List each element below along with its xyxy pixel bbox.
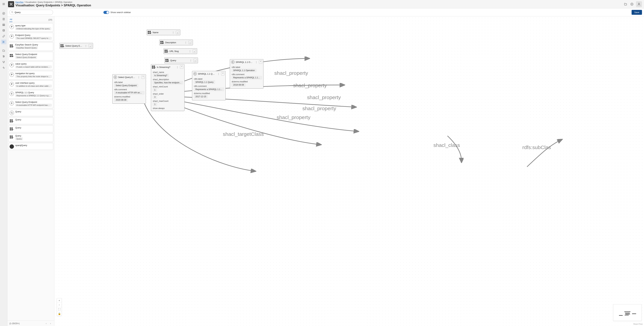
expand-button[interactable]: ⌄ [88, 44, 92, 47]
search-input[interactable] [10, 10, 53, 15]
node-menu-button[interactable]: ⋮ [137, 75, 140, 79]
fit-view-button[interactable]: ⛶ [57, 307, 62, 312]
node-select-query-endpoint-class[interactable]: C Select Query Endpoint ⋮ ⌃ rdfs:label S… [112, 74, 146, 104]
list-item[interactable]: Puser interface queryIn addition to sh:c… [8, 80, 53, 89]
node-query[interactable]: P Query ⋮ ⌄ [164, 57, 198, 63]
list-item[interactable]: PQueryQuery [8, 133, 53, 142]
link-icon[interactable] [1, 34, 6, 38]
save-button[interactable]: Save [632, 10, 642, 15]
collapse-button[interactable]: ⌃ [221, 72, 224, 75]
list-item[interactable]: PEndpoint QueryThe used SPARQL SELECT qu… [8, 33, 53, 41]
expand-button[interactable]: ⌄ [194, 59, 197, 62]
branch-icon[interactable] [1, 60, 6, 64]
expand-button[interactable]: ⌄ [192, 49, 196, 53]
node-description[interactable]: P Description ⋮ ⌄ [159, 39, 193, 45]
collapse-button[interactable]: ⌃ [259, 60, 262, 64]
list-item-title: Endpoint Query [15, 34, 52, 36]
svg-point-13 [3, 29, 4, 30]
list-item[interactable]: PQuery [8, 125, 53, 132]
node-is-streaming[interactable]: P Is Streaming? ⋮ ⌃ shacl_name Is Stream… [151, 64, 184, 111]
list-item[interactable]: CSelect Query EndpointA resolvable HTTP … [8, 100, 53, 108]
nav-rail [0, 0, 8, 326]
show-sidebar-toggle[interactable] [104, 11, 109, 14]
node-menu-button[interactable]: ⋮ [189, 59, 192, 62]
list-item[interactable]: sparqlQuery [8, 143, 53, 150]
app-logo [8, 1, 14, 7]
list-item-title: Select Query Endpoint [15, 53, 52, 55]
list-item-title: query type [15, 24, 52, 27]
list-item[interactable]: CSPARQL 1.1 QueryRepresents a SPARQL 1.1… [8, 90, 53, 99]
folder-action-icon[interactable] [623, 2, 628, 6]
database-icon[interactable] [1, 28, 6, 33]
svg-line-32 [10, 3, 11, 4]
zoom-in-button[interactable]: + [57, 298, 62, 303]
breadcrumb-root[interactable]: EasyNav [16, 1, 24, 3]
expand-button[interactable]: ⌄ [188, 41, 192, 44]
property-icon: P [152, 65, 156, 69]
svg-point-30 [12, 5, 12, 5]
list-item-title: Query [15, 126, 52, 129]
list-item[interactable]: Pquery typeA literal indicating the type… [8, 23, 53, 32]
node-sparql-query[interactable]: C SPARQL 1.1 Query ⋮ ⌃ rdfs:label SPARQL… [192, 71, 226, 100]
table-icon[interactable] [1, 22, 6, 27]
list-item[interactable]: NSelect Query EndpointSelect Query Endpo… [8, 52, 53, 60]
list-item[interactable]: PQuery [8, 117, 53, 124]
toggle-label: Show search sidebar [110, 11, 131, 13]
expand-button[interactable]: ⌄ [176, 31, 179, 34]
node-url-slug[interactable]: P URL Slug ⋮ ⌄ [164, 48, 197, 54]
list-item-title: SPARQL 1.1 Query [15, 91, 52, 94]
next-page-button[interactable]: › [49, 322, 52, 325]
nodeshape-icon: N [60, 44, 64, 48]
node-menu-button[interactable]: ⋮ [254, 60, 258, 64]
svg-point-3 [2, 12, 5, 14]
list-item-title: Query [15, 110, 52, 113]
scissors-icon[interactable] [1, 39, 6, 44]
node-select-query-endpoint-shape[interactable]: N Select Query Endpoint ⋮ ⌄ [60, 43, 93, 49]
class-icon: C [231, 60, 235, 64]
graph-canvas[interactable]: shacl_property shacl_property shacl_prop… [54, 16, 644, 326]
svg-point-25 [4, 61, 4, 62]
prev-page-button[interactable]: ‹ [44, 322, 48, 325]
node-menu-button[interactable]: ⋮ [184, 41, 187, 44]
node-menu-button[interactable]: ⋮ [217, 72, 220, 75]
activity-icon[interactable] [1, 65, 6, 70]
menu-button[interactable] [1, 1, 7, 7]
list-item-title: Query [15, 118, 52, 121]
minimap[interactable] [613, 304, 642, 321]
svg-point-22 [4, 56, 4, 57]
add-icon[interactable] [630, 2, 634, 6]
node-menu-button[interactable]: ⋮ [176, 65, 179, 69]
svg-point-39 [638, 3, 640, 4]
collapse-button[interactable]: ⌃ [180, 65, 183, 69]
lock-button[interactable]: 🔒 [57, 312, 62, 316]
tab-all[interactable]: All [10, 17, 12, 22]
node-menu-button[interactable]: ⋮ [84, 44, 88, 47]
list-item[interactable]: Pnavigation list queryThis property link… [8, 71, 53, 79]
node-menu-button[interactable]: ⋮ [172, 31, 175, 34]
search-sidebar: All (20) Pquery typeA literal indicating… [8, 16, 54, 326]
svg-line-34 [10, 4, 11, 5]
list-item[interactable]: Query [8, 109, 53, 116]
list-item-title: EasyNav Search Query [15, 43, 52, 46]
compass-icon[interactable] [1, 11, 6, 16]
sliders-icon[interactable] [1, 54, 6, 59]
list-item-subtitle: The used SPARQL SELECT query to retrieve… [15, 37, 52, 39]
breadcrumb-trail: Visualisation: Query Endpoints > SPARQL … [25, 1, 72, 3]
list-item-subtitle: A resolvable HTTP API endpoint based on … [15, 104, 52, 106]
list-item[interactable]: Pvalue queryIf used, a report table will… [8, 61, 53, 70]
node-sparql-operation[interactable]: C SPARQL 1.1 Operation ⋮ ⌃ rdfs:label SP… [230, 59, 264, 88]
property-icon: P [148, 30, 152, 34]
node-name[interactable]: P Name ⋮ ⌄ [147, 29, 180, 35]
svg-point-15 [3, 42, 3, 43]
node-menu-button[interactable]: ⋮ [188, 49, 192, 53]
folder-icon[interactable] [1, 48, 6, 53]
svg-point-26 [3, 62, 4, 63]
collapse-button[interactable]: ⌃ [141, 75, 145, 79]
zoom-out-button[interactable]: − [57, 303, 62, 307]
document-icon[interactable] [1, 17, 6, 21]
avatar-button[interactable] [636, 1, 642, 7]
svg-point-31 [11, 4, 12, 4]
property-icon: P [165, 49, 168, 53]
page-header: EasyNav / Visualisation: Query Endpoints… [8, 0, 644, 8]
list-item[interactable]: NEasyNav Search QueryEasyNav Search Quer… [8, 42, 53, 51]
